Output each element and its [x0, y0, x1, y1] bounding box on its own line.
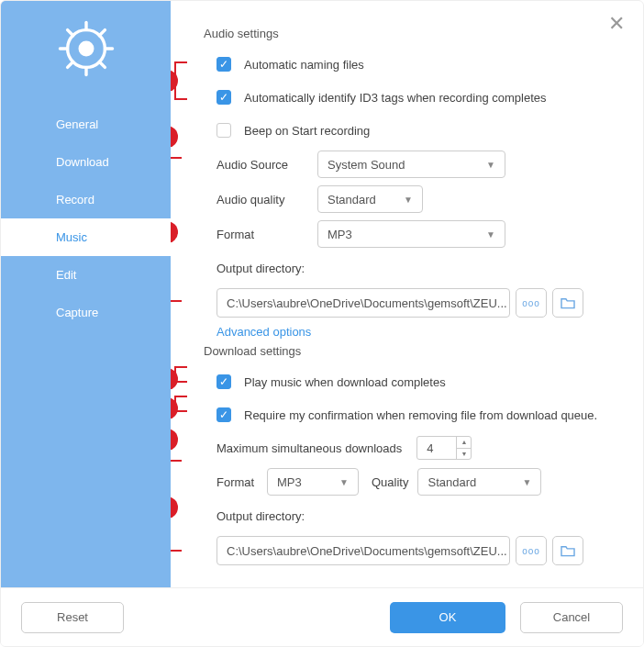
sidebar: General Download Record Music Edit Captu…	[1, 1, 171, 588]
audio-quality-label: Audio quality	[217, 193, 317, 206]
main-panel[interactable]: 1 2 3 4 5 6 7 Audio settings Automatic n…	[171, 1, 643, 588]
annotation-badge-2: 2	[171, 126, 178, 148]
auto-id3-checkbox[interactable]	[217, 90, 231, 105]
dialog-footer: Reset OK Cancel	[1, 587, 643, 646]
audio-browse-button[interactable]	[552, 288, 583, 318]
svg-line-7	[99, 61, 105, 67]
download-format-label: Format	[217, 475, 267, 489]
sidebar-item-music[interactable]: Music	[1, 218, 171, 256]
caret-down-icon: ▼	[404, 195, 413, 205]
sidebar-item-edit[interactable]: Edit	[1, 256, 171, 294]
caret-down-icon: ▼	[523, 477, 532, 487]
caret-down-icon: ▼	[339, 477, 349, 487]
settings-dialog: ✕ General Download Record Music Edit Cap…	[0, 0, 644, 647]
sidebar-item-label: Edit	[56, 268, 76, 282]
sidebar-item-record[interactable]: Record	[1, 181, 171, 218]
play-complete-label: Play music when download completes	[244, 375, 446, 389]
svg-line-8	[99, 30, 105, 36]
svg-line-9	[67, 61, 72, 67]
audio-source-label: Audio Source	[217, 158, 317, 172]
reset-button[interactable]: Reset	[21, 602, 124, 633]
spinner-icon[interactable]: ▲▼	[456, 437, 471, 459]
audio-outdir-input[interactable]: C:\Users\aubre\OneDrive\Documents\gemsof…	[217, 288, 510, 318]
sidebar-item-label: Capture	[56, 306, 98, 319]
audio-format-select[interactable]: MP3 ▼	[317, 220, 505, 248]
sidebar-item-capture[interactable]: Capture	[1, 294, 171, 331]
caret-down-icon: ▼	[486, 160, 495, 170]
cancel-button[interactable]: Cancel	[520, 602, 623, 633]
download-browse-button[interactable]	[552, 536, 583, 565]
audio-format-label: Format	[217, 228, 317, 241]
audio-more-button[interactable]: ooo	[516, 288, 547, 318]
download-section-title: Download settings	[204, 344, 623, 358]
folder-icon	[560, 296, 576, 309]
sidebar-item-label: General	[56, 117, 98, 131]
sidebar-item-label: Download	[56, 155, 109, 169]
auto-id3-label: Automatically identify ID3 tags when rec…	[244, 91, 547, 105]
download-more-button[interactable]: ooo	[516, 536, 547, 565]
max-downloads-label: Maximum simultaneous downloads	[217, 441, 402, 455]
confirm-remove-checkbox[interactable]	[217, 407, 231, 422]
download-format-value: MP3	[277, 475, 302, 489]
main-wrap: 1 2 3 4 5 6 7 Audio settings Automatic n…	[171, 1, 643, 588]
audio-quality-value: Standard	[328, 193, 376, 206]
audio-section-title: Audio settings	[204, 27, 623, 40]
max-downloads-value: 4	[427, 441, 433, 455]
download-outdir-label: Output directory:	[217, 509, 305, 523]
max-downloads-input[interactable]: 4 ▲▼	[416, 436, 472, 460]
auto-naming-checkbox[interactable]	[217, 57, 231, 72]
auto-naming-label: Automatic naming files	[244, 58, 364, 72]
annotation-badge-6: 6	[171, 429, 178, 451]
sidebar-item-label: Music	[56, 230, 87, 244]
beep-label: Beep on Start recording	[244, 124, 370, 138]
sidebar-item-download[interactable]: Download	[1, 143, 171, 181]
download-outdir-input[interactable]: C:\Users\aubre\OneDrive\Documents\gemsof…	[217, 536, 510, 565]
gear-icon	[1, 17, 171, 80]
dialog-body: General Download Record Music Edit Captu…	[1, 1, 643, 588]
beep-checkbox[interactable]	[217, 123, 231, 138]
audio-quality-select[interactable]: Standard ▼	[317, 185, 423, 213]
download-quality-select[interactable]: Standard ▼	[417, 468, 541, 496]
download-format-select[interactable]: MP3 ▼	[267, 468, 359, 496]
confirm-remove-label: Require my confirmation when removing fi…	[244, 408, 597, 422]
sidebar-item-label: Record	[56, 193, 94, 206]
folder-icon	[560, 544, 576, 557]
audio-outdir-label: Output directory:	[217, 262, 305, 275]
svg-line-6	[67, 30, 72, 36]
play-complete-checkbox[interactable]	[217, 374, 231, 389]
advanced-options-link[interactable]: Advanced options	[217, 325, 623, 339]
svg-point-1	[80, 42, 93, 55]
audio-source-select[interactable]: System Sound ▼	[317, 151, 505, 178]
sidebar-item-general[interactable]: General	[1, 106, 171, 143]
ok-button[interactable]: OK	[390, 602, 505, 633]
audio-source-value: System Sound	[328, 158, 405, 172]
download-quality-value: Standard	[427, 475, 476, 489]
audio-format-value: MP3	[328, 228, 352, 241]
caret-down-icon: ▼	[486, 229, 495, 240]
download-quality-label: Quality	[372, 475, 408, 489]
